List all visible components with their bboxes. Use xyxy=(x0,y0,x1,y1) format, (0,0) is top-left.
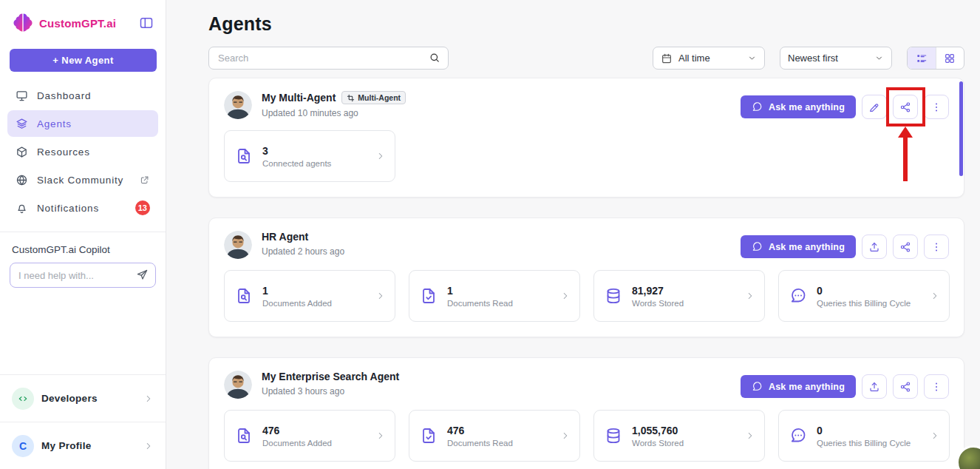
upload-icon xyxy=(868,241,880,253)
more-options-button[interactable] xyxy=(924,95,949,119)
nav-item-label: Dashboard xyxy=(37,90,91,101)
chat-bubble-icon xyxy=(752,241,763,252)
list-view-icon xyxy=(916,53,928,64)
list-view-button[interactable] xyxy=(908,47,936,69)
search-input[interactable] xyxy=(208,47,449,70)
ask-me-anything-button[interactable]: Ask me anything xyxy=(741,375,856,398)
agent-actions: Ask me anything xyxy=(741,95,949,119)
scrollbar-thumb[interactable] xyxy=(959,81,963,176)
ask-button-label: Ask me anything xyxy=(769,102,845,112)
agent-updated-text: Updated 3 hours ago xyxy=(262,386,399,397)
doc-check-icon xyxy=(420,427,438,445)
more-options-button[interactable] xyxy=(924,234,949,259)
nav-item-label: Notifications xyxy=(37,203,99,214)
sidebar-toggle-icon[interactable] xyxy=(139,16,154,30)
doc-search-icon xyxy=(235,287,253,305)
stat-card[interactable]: 1 Documents Added xyxy=(224,270,395,322)
sidebar-item-notifications[interactable]: Notifications 13 xyxy=(7,195,158,221)
copilot-section: CustomGPT.ai Copilot xyxy=(0,232,166,288)
agent-updated-text: Updated 10 minutes ago xyxy=(262,108,406,118)
stat-card[interactable]: 0 Queries this Billing Cycle xyxy=(778,270,950,322)
bell-icon xyxy=(16,202,28,215)
logo-text: CustomGPT.ai xyxy=(39,17,116,30)
external-link-icon xyxy=(139,175,150,186)
stat-card[interactable]: 3 Connected agents xyxy=(224,130,395,182)
agent-stats-row: 1 Documents Added 1 Documents Read 81,92… xyxy=(224,270,949,322)
stat-label: Words Stored xyxy=(632,299,684,308)
agent-name: My Enterprise Search Agent xyxy=(262,371,399,382)
sidebar-item-my-profile[interactable]: C My Profile xyxy=(0,422,166,469)
database-icon xyxy=(605,427,622,445)
chat-dots-icon xyxy=(789,427,807,445)
grid-view-button[interactable] xyxy=(936,47,964,69)
chat-dots-icon xyxy=(789,287,807,305)
stat-card[interactable]: 476 Documents Read xyxy=(409,410,580,462)
sidebar-footer: Developers C My Profile xyxy=(0,374,166,469)
stat-card[interactable]: 1 Documents Read xyxy=(409,270,580,322)
sidebar-item-agents[interactable]: Agents xyxy=(7,110,158,137)
stat-card[interactable]: 1,055,760 Words Stored xyxy=(593,410,765,462)
agent-card-header: My Enterprise Search Agent Updated 3 hou… xyxy=(224,371,949,399)
stat-value: 1,055,760 xyxy=(632,425,684,436)
sort-dropdown[interactable]: Newest first xyxy=(780,47,892,70)
stat-value: 1 xyxy=(262,285,332,297)
customgpt-logo[interactable]: CustomGPT.ai xyxy=(12,12,116,34)
stat-card[interactable]: 0 Queries this Billing Cycle xyxy=(778,410,950,462)
stat-label: Connected agents xyxy=(262,159,331,168)
sidebar-header: CustomGPT.ai xyxy=(0,0,166,41)
ask-me-anything-button[interactable]: Ask me anything xyxy=(741,95,856,118)
agent-actions: Ask me anything xyxy=(741,234,949,259)
ask-me-anything-button[interactable]: Ask me anything xyxy=(741,235,856,258)
sidebar-item-slack-community[interactable]: Slack Community xyxy=(7,166,158,193)
code-icon-circle xyxy=(12,388,34,410)
upload-button[interactable] xyxy=(862,374,887,399)
search-icon xyxy=(429,52,440,64)
chevron-down-icon xyxy=(874,53,884,63)
new-agent-button[interactable]: + New Agent xyxy=(10,49,157,72)
calendar-icon xyxy=(661,53,673,64)
copilot-input[interactable] xyxy=(10,263,156,288)
agent-avatar xyxy=(224,371,252,399)
share-button[interactable] xyxy=(893,95,918,119)
agent-name: My Multi-Agent xyxy=(262,92,336,104)
copilot-input-wrap xyxy=(10,263,156,288)
nav-item-label: Resources xyxy=(37,146,90,158)
share-button[interactable] xyxy=(893,374,918,399)
send-icon[interactable] xyxy=(136,269,149,281)
chevron-right-icon xyxy=(143,441,154,451)
upload-icon xyxy=(868,381,880,393)
upload-button[interactable] xyxy=(862,234,887,259)
share-button[interactable] xyxy=(893,234,918,259)
page-title: Agents xyxy=(208,13,964,35)
sidebar-item-resources[interactable]: Resources xyxy=(7,138,158,165)
sidebar-item-developers[interactable]: Developers xyxy=(0,374,166,422)
edit-icon xyxy=(868,101,880,113)
edit-button[interactable] xyxy=(862,95,887,119)
stat-label: Documents Read xyxy=(447,439,513,448)
stat-card[interactable]: 476 Documents Added xyxy=(224,410,395,462)
stat-value: 476 xyxy=(447,425,513,436)
stat-card[interactable]: 81,927 Words Stored xyxy=(593,270,765,322)
chevron-right-icon xyxy=(560,291,571,301)
dots-icon xyxy=(930,101,942,113)
grid-view-icon xyxy=(944,53,956,64)
agent-card-header: HR Agent Updated 2 hours ago Ask me anyt… xyxy=(224,231,949,259)
chevron-right-icon xyxy=(930,431,940,441)
sidebar: CustomGPT.ai + New Agent Dashboard Agent… xyxy=(0,0,166,469)
main-content: Agents All time Newest first xyxy=(166,0,980,469)
agent-card: My Enterprise Search Agent Updated 3 hou… xyxy=(208,357,964,469)
time-filter-dropdown[interactable]: All time xyxy=(653,47,765,70)
stat-value: 81,927 xyxy=(632,285,684,297)
agent-avatar xyxy=(224,91,252,119)
share-icon xyxy=(899,101,911,113)
sidebar-item-dashboard[interactable]: Dashboard xyxy=(7,82,158,109)
sort-value: Newest first xyxy=(788,53,838,64)
stat-label: Documents Read xyxy=(447,299,513,308)
ask-button-label: Ask me anything xyxy=(769,382,845,392)
more-options-button[interactable] xyxy=(924,374,949,399)
chevron-right-icon xyxy=(745,291,755,301)
stat-value: 476 xyxy=(262,425,332,436)
copilot-title: CustomGPT.ai Copilot xyxy=(10,244,156,255)
doc-check-icon xyxy=(420,287,438,305)
chevron-right-icon xyxy=(375,151,386,161)
